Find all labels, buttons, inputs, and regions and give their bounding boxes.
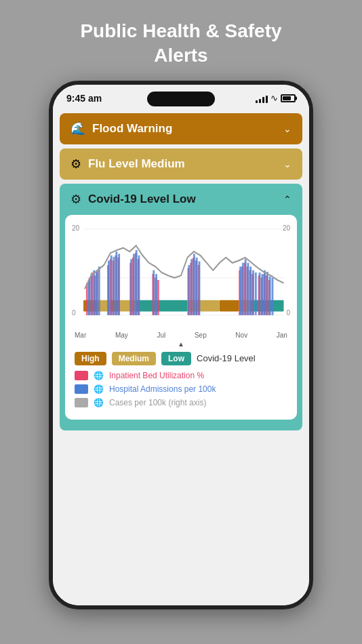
flood-header-left: 🌊 Flood Warning <box>71 121 172 136</box>
status-bar: 9:45 am ∿ <box>53 85 309 109</box>
svg-rect-53 <box>115 251 117 315</box>
chart-area: 20 20 0 0 <box>72 222 290 330</box>
svg-rect-57 <box>136 250 138 315</box>
flood-alert-header[interactable]: 🌊 Flood Warning ⌄ <box>60 113 302 144</box>
legend-levels-row: High Medium Low Covid-19 Level <box>75 352 287 365</box>
y-label-zero-left: 0 <box>72 309 76 317</box>
flu-header-left: ⚙ Flu Level Medium <box>71 157 185 172</box>
svg-rect-58 <box>138 255 140 315</box>
svg-rect-52 <box>113 257 115 315</box>
x-label-mar: Mar <box>75 331 86 339</box>
cases-label: Cases per 100k (right axis) <box>109 398 206 407</box>
svg-rect-54 <box>118 254 120 315</box>
flu-alert-row: ⚙ Flu Level Medium ⌄ <box>60 148 302 180</box>
flood-alert-row: 🌊 Flood Warning ⌄ <box>60 113 302 144</box>
chart-svg <box>72 222 290 330</box>
legend-metric-inpatient: 🌐 Inpatient Bed Utilization % <box>75 371 287 380</box>
svg-rect-28 <box>157 280 159 315</box>
svg-rect-76 <box>266 272 268 315</box>
legend-metric-admissions: 🌐 Hospital Admissions per 100k <box>75 384 287 394</box>
svg-rect-67 <box>242 262 244 315</box>
signal-bar-1 <box>256 100 258 103</box>
svg-rect-5 <box>220 300 239 312</box>
y-label-max-left: 20 <box>72 224 79 232</box>
covid-chart-card: 20 20 0 0 <box>65 215 297 420</box>
svg-rect-65 <box>199 261 201 315</box>
svg-rect-73 <box>259 273 261 315</box>
svg-rect-63 <box>193 254 195 315</box>
cases-globe-icon: 🌐 <box>94 398 104 407</box>
wifi-icon: ∿ <box>270 93 278 103</box>
svg-rect-72 <box>255 273 257 315</box>
svg-rect-51 <box>110 255 113 315</box>
cases-color-swatch <box>75 398 88 407</box>
notch <box>147 92 215 106</box>
svg-rect-75 <box>264 270 266 315</box>
svg-rect-74 <box>261 274 263 315</box>
app-content: 🌊 Flood Warning ⌄ ⚙ Flu Level Medium ⌄ <box>53 109 309 605</box>
flu-title: Flu Level Medium <box>88 157 185 171</box>
flu-icon: ⚙ <box>71 157 81 172</box>
svg-rect-45 <box>88 280 90 315</box>
signal-icon <box>256 94 268 103</box>
covid-title: Covid-19 Level Low <box>88 193 196 206</box>
low-badge: Low <box>161 352 191 365</box>
flu-chevron-icon: ⌄ <box>283 159 291 169</box>
inpatient-globe-icon: 🌐 <box>94 371 104 380</box>
x-label-jan: Jan <box>277 331 287 339</box>
svg-rect-70 <box>249 266 252 315</box>
svg-rect-77 <box>269 276 271 315</box>
status-icons: ∿ <box>256 93 296 103</box>
svg-rect-59 <box>153 270 155 315</box>
chart-x-labels: Mar May Jul Sep Nov Jan <box>72 330 290 339</box>
covid-icon: ⚙ <box>71 192 81 207</box>
x-label-may: May <box>115 331 128 339</box>
svg-rect-48 <box>96 273 98 315</box>
svg-rect-61 <box>188 265 190 315</box>
y-label-zero-right: 0 <box>286 309 290 317</box>
covid-header-left: ⚙ Covid-19 Level Low <box>71 192 196 207</box>
phone-inner: 9:45 am ∿ 🌊 <box>53 85 309 605</box>
inpatient-color-swatch <box>75 371 88 380</box>
battery-fill <box>283 96 291 100</box>
svg-rect-60 <box>155 274 157 315</box>
svg-rect-66 <box>239 266 241 315</box>
svg-rect-69 <box>247 262 249 315</box>
signal-bar-3 <box>262 97 264 103</box>
covid-alert-row: ⚙ Covid-19 Level Low ⌃ 20 20 0 0 <box>60 184 302 430</box>
svg-rect-62 <box>190 259 193 315</box>
svg-rect-50 <box>108 260 110 315</box>
admissions-label: Hospital Admissions per 100k <box>109 384 216 394</box>
legend-area: High Medium Low Covid-19 Level 🌐 Inpatie… <box>72 348 290 407</box>
svg-rect-78 <box>272 278 274 315</box>
medium-badge: Medium <box>112 352 156 365</box>
svg-rect-49 <box>98 266 100 315</box>
svg-rect-10 <box>136 300 188 312</box>
svg-rect-46 <box>90 274 92 315</box>
high-badge: High <box>75 352 106 365</box>
x-label-jul: Jul <box>157 331 165 339</box>
covid-chevron-icon: ⌃ <box>283 194 291 205</box>
flu-alert-header[interactable]: ⚙ Flu Level Medium ⌄ <box>60 148 302 180</box>
svg-rect-71 <box>252 270 254 315</box>
svg-rect-56 <box>133 254 135 315</box>
flood-title: Flood Warning <box>92 122 172 136</box>
legend-covid-label: Covid-19 Level <box>197 353 256 363</box>
svg-rect-47 <box>93 270 95 315</box>
svg-rect-64 <box>196 258 198 315</box>
flood-chevron-icon: ⌄ <box>283 123 291 134</box>
svg-rect-12 <box>86 283 88 315</box>
svg-rect-55 <box>130 259 132 315</box>
flood-icon: 🌊 <box>71 121 85 136</box>
signal-bar-4 <box>266 96 268 103</box>
phone-frame: 9:45 am ∿ 🌊 <box>49 81 313 609</box>
legend-metric-cases: 🌐 Cases per 100k (right axis) <box>75 398 287 407</box>
x-label-sep: Sep <box>195 331 207 339</box>
admissions-globe-icon: 🌐 <box>94 384 104 394</box>
x-label-nov: Nov <box>235 331 247 339</box>
covid-alert-header[interactable]: ⚙ Covid-19 Level Low ⌃ <box>60 184 302 215</box>
svg-rect-68 <box>245 259 247 315</box>
y-label-max-right: 20 <box>283 224 290 232</box>
inpatient-label: Inpatient Bed Utilization % <box>109 371 204 380</box>
status-time: 9:45 am <box>66 93 102 104</box>
